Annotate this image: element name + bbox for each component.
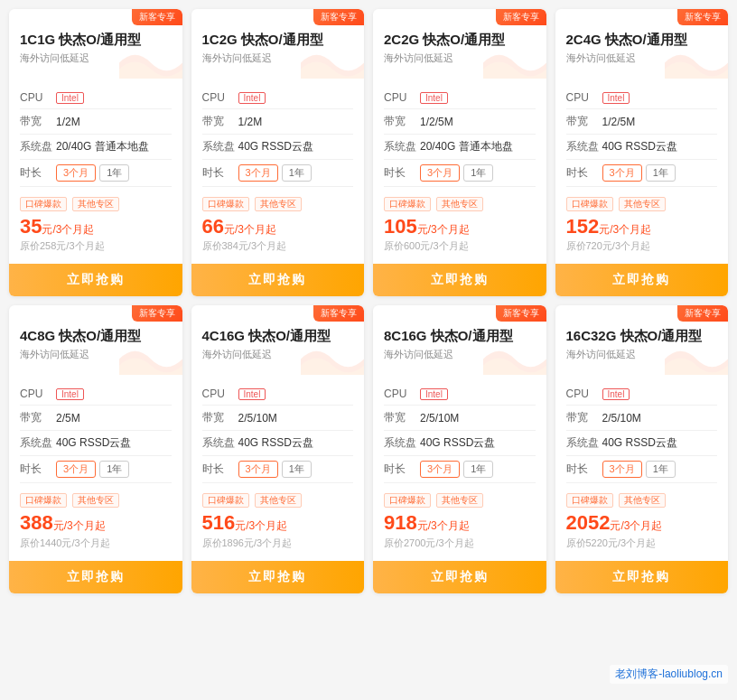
wave-decoration-7 [665,332,728,378]
duration-3month-btn-1[interactable]: 3个月 [238,164,278,182]
price-orig-4: 原价1440元/3个月起 [20,537,172,550]
buy-button-4[interactable]: 立即抢购 [9,561,182,593]
cpu-label-2: CPU [384,91,416,104]
duration-1year-btn-2[interactable]: 1年 [463,164,493,182]
cpu-row-1: CPU Intel [202,87,354,109]
product-card-3: 新客专享 2C4G 快杰O/通用型 海外访问低延迟 CPU Intel 带宽 1… [555,9,729,296]
duration-3month-btn-7[interactable]: 3个月 [602,461,642,478]
bandwidth-value-0: 1/2M [56,116,80,128]
duration-1year-btn-7[interactable]: 1年 [646,461,676,478]
card-body-7: CPU Intel 带宽 2/5/10M 系统盘 40G RSSD云盘 时长 3… [555,378,729,482]
buy-button-3[interactable]: 立即抢购 [555,264,729,296]
price-main-2: 105元/3个月起 [384,215,536,238]
duration-3month-btn-6[interactable]: 3个月 [420,461,460,478]
buy-button-2[interactable]: 立即抢购 [373,264,546,296]
tag-popular-2[interactable]: 口碑爆款 [384,197,431,211]
bandwidth-value-4: 2/5M [56,412,80,425]
duration-3month-btn-5[interactable]: 3个月 [238,461,278,478]
tag-region-1[interactable]: 其他专区 [255,197,302,211]
price-section-1: 口碑爆款 其他专区 66元/3个月起 原价384元/3个月起 [191,187,365,258]
disk-value-1: 40G RSSD云盘 [238,139,313,154]
tag-popular-7[interactable]: 口碑爆款 [566,493,613,508]
price-unit-3: 元/3个月起 [599,223,651,236]
buy-button-1[interactable]: 立即抢购 [191,264,365,296]
tag-row-7: 口碑爆款 其他专区 [566,487,718,511]
price-section-4: 口碑爆款 其他专区 388元/3个月起 原价1440元/3个月起 [9,483,182,555]
price-amount-0: 35 [20,215,42,238]
product-card-1: 新客专享 1C2G 快杰O/通用型 海外访问低延迟 CPU Intel 带宽 1… [191,9,365,296]
price-main-0: 35元/3个月起 [20,215,172,238]
duration-row-3: 时长 3个月 1年 [566,160,718,186]
duration-3month-btn-3[interactable]: 3个月 [602,164,642,182]
duration-label-2: 时长 [384,165,416,181]
buy-button-5[interactable]: 立即抢购 [191,561,365,593]
intel-badge-4: Intel [56,388,84,400]
duration-1year-btn-5[interactable]: 1年 [282,461,312,478]
card-body-4: CPU Intel 带宽 2/5M 系统盘 40G RSSD云盘 时长 3个月 … [9,378,182,482]
price-section-3: 口碑爆款 其他专区 152元/3个月起 原价720元/3个月起 [555,187,729,258]
product-card-6: 新客专享 8C16G 快杰O/通用型 海外访问低延迟 CPU Intel 带宽 … [373,305,546,593]
tag-popular-0[interactable]: 口碑爆款 [20,197,67,211]
cpu-label-0: CPU [20,91,52,104]
price-section-7: 口碑爆款 其他专区 2052元/3个月起 原价5220元/3个月起 [555,483,729,555]
new-badge-5: 新客专享 [313,305,364,322]
intel-badge-7: Intel [602,388,630,400]
tag-region-7[interactable]: 其他专区 [619,493,666,508]
duration-1year-btn-3[interactable]: 1年 [646,164,676,182]
duration-3month-btn-0[interactable]: 3个月 [56,164,96,182]
price-amount-2: 105 [384,215,417,238]
duration-1year-btn-0[interactable]: 1年 [99,164,129,182]
tag-popular-3[interactable]: 口碑爆款 [566,197,613,211]
product-card-2: 新客专享 2C2G 快杰O/通用型 海外访问低延迟 CPU Intel 带宽 1… [373,9,546,296]
cpu-row-0: CPU Intel [20,87,172,109]
cpu-label-7: CPU [566,387,599,400]
tag-popular-5[interactable]: 口碑爆款 [202,493,249,508]
tag-region-0[interactable]: 其他专区 [72,197,119,211]
duration-label-7: 时长 [566,462,599,477]
duration-1year-btn-6[interactable]: 1年 [463,461,493,478]
tag-popular-1[interactable]: 口碑爆款 [202,197,249,211]
intel-badge-0: Intel [56,92,84,104]
card-header-7: 新客专享 16C32G 快杰O/通用型 海外访问低延迟 [555,305,729,378]
duration-label-6: 时长 [384,462,416,477]
cpu-label-4: CPU [20,387,52,400]
tag-popular-4[interactable]: 口碑爆款 [20,493,67,508]
duration-1year-btn-4[interactable]: 1年 [99,461,129,478]
duration-label-5: 时长 [202,462,235,477]
tag-popular-6[interactable]: 口碑爆款 [384,493,431,508]
card-header-6: 新客专享 8C16G 快杰O/通用型 海外访问低延迟 [373,305,546,378]
disk-row-3: 系统盘 40G RSSD云盘 [566,135,718,160]
new-badge-0: 新客专享 [132,9,182,25]
disk-value-3: 40G RSSD云盘 [602,139,677,154]
tag-region-2[interactable]: 其他专区 [436,197,483,211]
duration-3month-btn-4[interactable]: 3个月 [56,461,96,478]
disk-label-3: 系统盘 [566,139,599,154]
disk-value-0: 20/40G 普通本地盘 [56,139,149,154]
new-badge-2: 新客专享 [496,9,546,25]
price-amount-3: 152 [566,215,600,238]
duration-label-3: 时长 [566,165,599,181]
cpu-row-2: CPU Intel [384,87,536,109]
intel-badge-2: Intel [420,92,448,104]
bandwidth-value-1: 1/2M [238,116,263,128]
buy-button-6[interactable]: 立即抢购 [373,561,546,593]
card-body-2: CPU Intel 带宽 1/2/5M 系统盘 20/40G 普通本地盘 时长 … [373,81,546,186]
duration-3month-btn-2[interactable]: 3个月 [420,164,460,182]
new-badge-3: 新客专享 [677,9,728,25]
tag-region-4[interactable]: 其他专区 [72,493,119,508]
cpu-label-1: CPU [202,91,235,104]
tag-row-1: 口碑爆款 其他专区 [202,191,354,215]
disk-value-2: 20/40G 普通本地盘 [420,139,513,154]
duration-1year-btn-1[interactable]: 1年 [282,164,312,182]
price-section-0: 口碑爆款 其他专区 35元/3个月起 原价258元/3个月起 [9,187,182,258]
disk-row-7: 系统盘 40G RSSD云盘 [566,431,718,456]
disk-row-2: 系统盘 20/40G 普通本地盘 [384,135,536,160]
price-main-6: 918元/3个月起 [384,511,536,535]
tag-region-5[interactable]: 其他专区 [255,493,302,508]
price-orig-3: 原价720元/3个月起 [566,239,718,253]
buy-button-7[interactable]: 立即抢购 [555,561,729,593]
card-header-5: 新客专享 4C16G 快杰O/通用型 海外访问低延迟 [191,305,365,378]
tag-region-3[interactable]: 其他专区 [619,197,666,211]
tag-region-6[interactable]: 其他专区 [436,493,483,508]
buy-button-0[interactable]: 立即抢购 [9,264,182,296]
